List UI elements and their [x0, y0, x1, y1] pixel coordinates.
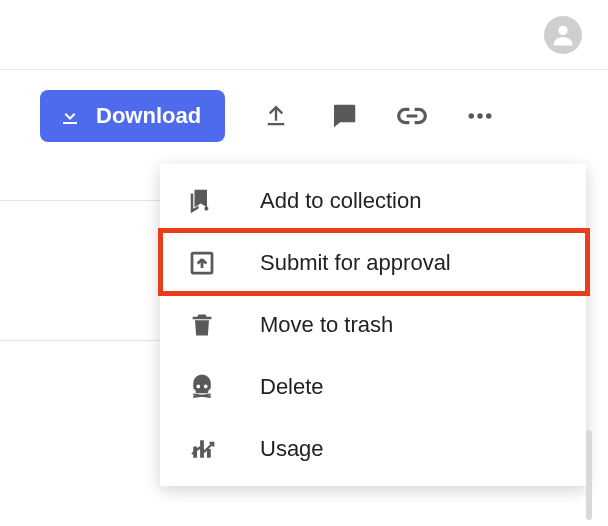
menu-move-to-trash[interactable]: Move to trash — [160, 294, 586, 356]
svg-point-1 — [469, 113, 475, 119]
menu-add-to-collection[interactable]: Add to collection — [160, 170, 586, 232]
upload-icon — [262, 102, 290, 130]
menu-item-label: Usage — [260, 436, 324, 462]
menu-submit-for-approval[interactable]: Submit for approval — [160, 232, 586, 294]
download-button[interactable]: Download — [40, 90, 225, 142]
skull-icon — [184, 372, 220, 402]
trash-icon — [184, 311, 220, 339]
upload-button[interactable] — [259, 99, 293, 133]
avatar[interactable] — [544, 16, 582, 54]
divider — [0, 200, 160, 201]
action-toolbar: Download — [0, 70, 608, 162]
divider — [0, 340, 160, 341]
submit-approval-icon — [184, 248, 220, 278]
link-button[interactable] — [395, 99, 429, 133]
menu-item-label: Submit for approval — [260, 250, 451, 276]
more-actions-menu: Add to collection Submit for approval Mo… — [160, 164, 586, 486]
comment-button[interactable] — [327, 99, 361, 133]
svg-point-3 — [486, 113, 492, 119]
download-icon — [58, 104, 82, 128]
top-bar — [0, 0, 608, 70]
link-icon — [396, 100, 428, 132]
chat-icon — [329, 101, 359, 131]
download-label: Download — [96, 103, 201, 129]
more-button[interactable] — [463, 99, 497, 133]
svg-point-2 — [477, 113, 483, 119]
user-icon — [549, 21, 577, 49]
menu-usage[interactable]: Usage — [160, 418, 586, 480]
scrollbar-thumb[interactable] — [586, 430, 592, 520]
more-horizontal-icon — [465, 101, 495, 131]
menu-delete[interactable]: Delete — [160, 356, 586, 418]
collection-add-icon — [184, 186, 220, 216]
svg-point-0 — [558, 25, 567, 34]
menu-item-label: Move to trash — [260, 312, 393, 338]
menu-item-label: Delete — [260, 374, 324, 400]
menu-item-label: Add to collection — [260, 188, 421, 214]
usage-chart-icon — [184, 434, 220, 464]
